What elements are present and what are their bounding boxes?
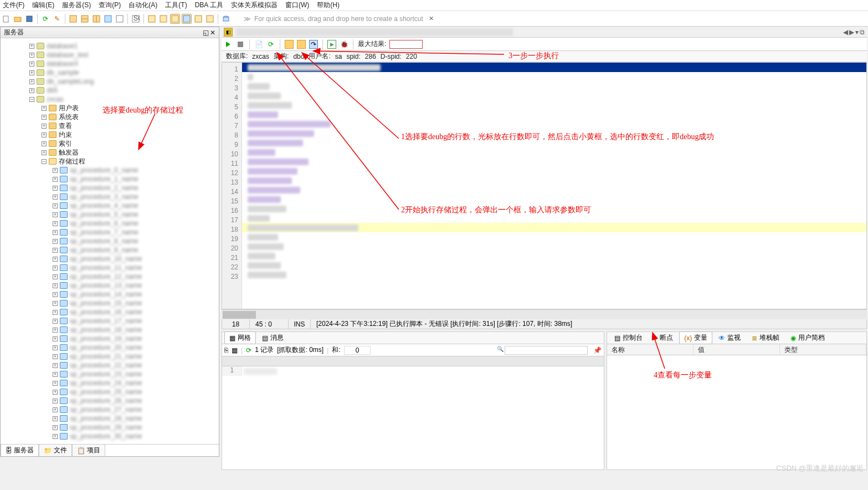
- tree-proc-item[interactable]: sp_procedure_5_name: [70, 211, 138, 218]
- expand-icon[interactable]: +: [53, 354, 58, 359]
- tree-proc-item[interactable]: sp_procedure_12_name: [70, 273, 142, 280]
- menu-window[interactable]: 窗口(W): [285, 1, 309, 10]
- tree-indexes[interactable]: 索引: [59, 139, 72, 149]
- script-icon[interactable]: 📄: [254, 40, 263, 49]
- tb-save-icon[interactable]: [24, 14, 34, 24]
- breakpoint-button[interactable]: [285, 40, 294, 49]
- tb-sql-icon[interactable]: SQL: [131, 14, 141, 24]
- tree-user-tables[interactable]: 用户表: [59, 104, 79, 113]
- h-scrollbar[interactable]: [222, 309, 867, 319]
- tree-proc-item[interactable]: sp_procedure_24_name: [70, 379, 142, 387]
- expand-icon[interactable]: +: [53, 434, 58, 439]
- expand-icon[interactable]: +: [53, 257, 58, 262]
- tb-db-icon[interactable]: [221, 14, 231, 24]
- tree-constraints[interactable]: 约束: [59, 130, 72, 140]
- col-value[interactable]: 值: [694, 344, 780, 355]
- tree-proc-item[interactable]: sp_procedure_21_name: [70, 353, 142, 360]
- expand-icon[interactable]: +: [42, 141, 47, 146]
- expand-icon[interactable]: +: [42, 132, 47, 137]
- tree-item[interactable]: db5: [47, 86, 58, 94]
- tab-next-icon[interactable]: ▶: [849, 28, 854, 36]
- tree-triggers[interactable]: 触发器: [59, 148, 79, 157]
- tree-proc-item[interactable]: sp_procedure_15_name: [70, 299, 142, 307]
- expand-icon[interactable]: +: [53, 177, 58, 182]
- tb-refresh-icon[interactable]: ⟳: [40, 14, 50, 24]
- menu-dba[interactable]: DBA 工具: [195, 1, 223, 10]
- expand-icon[interactable]: +: [29, 88, 34, 93]
- max-result-input[interactable]: [389, 40, 423, 49]
- play2-icon[interactable]: ▶: [327, 40, 336, 49]
- tree-procs[interactable]: 存储过程: [59, 157, 85, 166]
- tb-layout2-icon[interactable]: [158, 14, 168, 24]
- col-type[interactable]: 类型: [780, 344, 866, 355]
- run-button[interactable]: [224, 40, 233, 49]
- expand-icon[interactable]: +: [29, 53, 34, 58]
- tab-profile[interactable]: ◉用户简档: [785, 331, 830, 344]
- tb-grid3-icon[interactable]: [91, 14, 101, 24]
- tree-proc-item[interactable]: sp_procedure_22_name: [70, 361, 142, 369]
- expand-icon[interactable]: +: [53, 399, 58, 404]
- tb-tools-icon[interactable]: ✎: [52, 14, 62, 24]
- expand-icon[interactable]: +: [53, 239, 58, 244]
- restore-icon[interactable]: ◱: [203, 29, 209, 37]
- expand-icon[interactable]: +: [53, 310, 58, 315]
- tb-layout6-icon[interactable]: [205, 14, 215, 24]
- tree-proc-item[interactable]: sp_procedure_6_name: [70, 220, 138, 227]
- tree-proc-item[interactable]: sp_procedure_26_name: [70, 397, 142, 405]
- tree-item[interactable]: database1: [47, 42, 78, 50]
- tree-proc-item[interactable]: sp_procedure_8_name: [70, 237, 138, 245]
- lp-tab-file[interactable]: 📁文件: [39, 444, 72, 456]
- tab-stack[interactable]: ≣堆栈帧: [747, 331, 784, 344]
- tree-item[interactable]: databaseX: [47, 60, 78, 68]
- expand-icon[interactable]: +: [53, 195, 58, 200]
- code-editor[interactable]: [242, 63, 866, 309]
- collapse-icon[interactable]: −: [42, 159, 47, 164]
- expand-icon[interactable]: +: [53, 336, 58, 341]
- menu-server[interactable]: 服务器(S): [62, 1, 91, 10]
- menu-file[interactable]: 文件(F): [3, 1, 24, 10]
- tree-proc-item[interactable]: sp_procedure_7_name: [70, 228, 138, 236]
- expand-icon[interactable]: +: [42, 115, 47, 120]
- tree-proc-item[interactable]: sp_procedure_27_name: [70, 406, 142, 414]
- tree-item[interactable]: zxcas: [47, 95, 64, 103]
- tb-layout5-icon[interactable]: [193, 14, 203, 24]
- tree-views[interactable]: 查看: [59, 121, 72, 131]
- bug-icon[interactable]: 🐞: [340, 40, 348, 49]
- tab-prev-icon[interactable]: ◀: [843, 28, 848, 36]
- tree-proc-item[interactable]: sp_procedure_25_name: [70, 388, 142, 396]
- tab-close-icon[interactable]: ⧉: [860, 28, 865, 36]
- tree-item[interactable]: database_test: [47, 51, 88, 59]
- menu-edit[interactable]: 编辑(E): [32, 1, 54, 10]
- tab-icon[interactable]: ◧: [224, 28, 233, 37]
- tree-proc-item[interactable]: sp_procedure_14_name: [70, 290, 142, 298]
- tab-watch[interactable]: 👁监视: [713, 331, 746, 344]
- tab-grid[interactable]: ▦网格: [224, 331, 256, 344]
- tb-layout3-icon[interactable]: [170, 14, 180, 24]
- tree-proc-item[interactable]: sp_procedure_0_name: [70, 166, 138, 174]
- tree-proc-item[interactable]: sp_procedure_10_name: [70, 255, 142, 263]
- tb-grid1-icon[interactable]: [68, 14, 78, 24]
- expand-icon[interactable]: +: [53, 221, 58, 226]
- line-gutter[interactable]: 1234567891011121314151617181920212223: [222, 63, 242, 309]
- expand-icon[interactable]: +: [29, 62, 34, 67]
- tree-system-tables[interactable]: 系统表: [59, 113, 79, 122]
- expand-icon[interactable]: +: [53, 292, 58, 297]
- menu-auto[interactable]: 自动化(A): [129, 1, 157, 10]
- tree-proc-item[interactable]: sp_procedure_28_name: [70, 415, 142, 422]
- expand-icon[interactable]: +: [53, 212, 58, 217]
- expand-icon[interactable]: +: [53, 283, 58, 288]
- grid-icon[interactable]: ▦: [232, 346, 238, 354]
- menu-help[interactable]: 帮助(H): [317, 1, 340, 10]
- tree-proc-item[interactable]: sp_procedure_13_name: [70, 282, 142, 289]
- vars-body[interactable]: [607, 355, 866, 469]
- expand-icon[interactable]: +: [53, 425, 58, 430]
- grid-search-input[interactable]: [505, 346, 588, 355]
- lp-tab-project[interactable]: 📋项目: [72, 444, 105, 456]
- expand-icon[interactable]: +: [42, 150, 47, 155]
- tab-msg[interactable]: ▤消息: [257, 331, 289, 344]
- stop-button[interactable]: [236, 40, 245, 49]
- pin-icon[interactable]: 📌: [593, 346, 602, 354]
- tab-console[interactable]: ▤控制台: [609, 331, 648, 344]
- step-button[interactable]: ↷: [309, 40, 318, 49]
- tree-proc-item[interactable]: sp_procedure_30_name: [70, 432, 142, 440]
